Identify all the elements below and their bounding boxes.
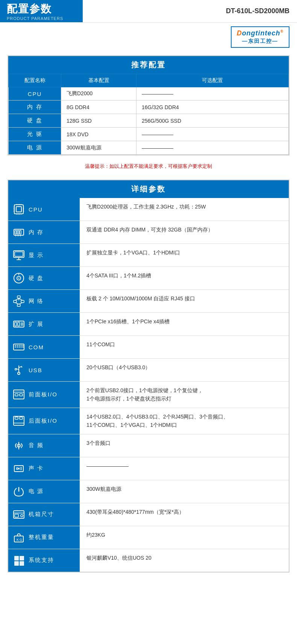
detail-label-text: 音 频 [29, 442, 44, 449]
detail-label-text: 前面板I/O [29, 391, 58, 398]
sound_card-icon [12, 462, 26, 475]
detail-label-text: 后面板I/O [29, 417, 58, 425]
detail-label-cell: 硬 盘 [8, 267, 80, 289]
header: 配置参数 PRODUCT PARAMETERS DT-610L-SD2000MB [0, 0, 297, 23]
detail-rows: CPU 飞腾D2000处理器，工作主频 2.3GHz，功耗：25W 内 存 双通… [8, 198, 289, 572]
col-name-header: 配置名称 [9, 74, 61, 87]
detail-row: COM 11个COM口 [8, 336, 289, 359]
svg-rect-68 [20, 394, 23, 396]
svg-rect-34 [14, 300, 17, 303]
display-icon [12, 248, 26, 262]
svg-rect-35 [21, 300, 24, 303]
recommend-basic: 300W航嘉电源 [61, 141, 136, 155]
detail-row: 扩 展 1个PCIe x16插槽、1个PCIe x4插槽 [8, 313, 289, 336]
detail-label-text: 硬 盘 [29, 275, 44, 282]
svg-point-81 [21, 515, 23, 517]
recommend-row: 内 存 8G DDR4 16G/32G DDR4 [9, 100, 289, 114]
recommend-row: CPU 飞腾D2000 —————— [9, 87, 289, 100]
recommend-basic: 128G SSD [61, 114, 136, 128]
detail-label-cell: 声 卡 [8, 457, 80, 480]
recommend-label: 内 存 [9, 100, 61, 114]
svg-line-60 [19, 366, 22, 368]
com-icon [12, 340, 26, 354]
detail-label-text: 整机重量 [29, 534, 54, 541]
os-icon [12, 554, 26, 567]
recommend-row: 光 驱 18X DVD —————— [9, 128, 289, 141]
svg-rect-21 [20, 230, 21, 234]
svg-point-57 [21, 345, 22, 346]
detail-value-cell: 4个SATA III口，1个M.2插槽 [80, 267, 158, 289]
detail-label-cell: USB [8, 359, 80, 381]
detail-row: USB 20个USB口（4个USB3.0） [8, 359, 289, 382]
svg-rect-19 [15, 230, 17, 234]
detail-label-text: COM [29, 344, 44, 350]
svg-rect-84 [14, 556, 19, 560]
recommend-basic: 18X DVD [61, 128, 136, 141]
detail-label-cell: 音 频 [8, 434, 80, 457]
svg-rect-44 [18, 322, 20, 326]
detail-value-cell: 430(带耳朵480)*480*177mm（宽*深*高） [80, 503, 191, 526]
detail-label-text: 网 络 [29, 298, 44, 305]
detail-value-cell: 板载 2 个 10M/100M/1000M 自适应 RJ45 接口 [80, 290, 202, 312]
detail-label-cell: 显 示 [8, 244, 80, 266]
detail-row: 内 存 双通道 DDR4 内存 DIMM，可支持 32GB（国产内存） [8, 221, 289, 244]
detail-value-cell: 飞腾D2000处理器，工作主频 2.3GHz，功耗：25W [80, 198, 212, 221]
svg-point-53 [23, 347, 24, 348]
recommend-section: 推荐配置 配置名称 基本配置 可选配置 CPU 飞腾D2000 —————— 内… [8, 55, 289, 155]
svg-line-38 [15, 298, 19, 300]
detail-row: 前面板I/O 2个前置USB2.0接口，1个电源按键，1个复位键，1个电源指示灯… [8, 382, 289, 408]
detail-label-cell: 后面板I/O [8, 408, 80, 434]
sub-title: PRODUCT PARAMETERS [7, 16, 76, 21]
recommend-optional: —————— [136, 128, 289, 141]
svg-point-49 [15, 347, 16, 348]
svg-point-56 [19, 345, 20, 346]
recommend-row: 硬 盘 128G SSD 256G/500G SSD [9, 114, 289, 128]
detail-value-cell: ———————— [80, 457, 135, 480]
detail-row: KG 整机重量 约23KG [8, 526, 289, 549]
svg-rect-0 [14, 205, 23, 214]
recommend-optional: 256G/500G SSD [136, 114, 289, 128]
svg-line-39 [19, 298, 23, 300]
detail-label-text: 显 示 [29, 252, 44, 259]
chassis-icon [12, 508, 26, 521]
recommend-optional: 16G/32G DDR4 [136, 100, 289, 114]
detail-value-cell: 1个PCIe x16插槽、1个PCIe x4插槽 [80, 313, 176, 335]
svg-rect-72 [20, 417, 23, 419]
detail-row: 电 源 300W航嘉电源 [8, 480, 289, 503]
detail-value-cell: 11个COM口 [80, 336, 122, 358]
detail-value-cell: 3个音频口 [80, 434, 117, 457]
hdd-icon [12, 271, 26, 285]
recommend-title: 推荐配置 [8, 56, 289, 74]
detail-value-cell: 14个USB2.0口、4个USB3.0口、2个RJ45网口、3个音频口、11个C… [80, 408, 235, 434]
svg-rect-20 [17, 230, 19, 234]
detail-label-cell: COM [8, 336, 80, 358]
svg-rect-28 [15, 252, 23, 256]
detail-label-cell: CPU [8, 198, 80, 221]
svg-point-64 [18, 372, 20, 375]
detail-row: 机箱尺寸 430(带耳朵480)*480*177mm（宽*深*高） [8, 503, 289, 526]
detail-label-cell: 电 源 [8, 480, 80, 503]
detail-label-cell: KG 整机重量 [8, 526, 80, 549]
logo-text-top: Dongtintech® [237, 29, 283, 37]
svg-point-31 [18, 278, 20, 279]
detail-row: 音 频 3个音频口 [8, 434, 289, 457]
detail-value-cell: 约23KG [80, 526, 112, 549]
network-icon [12, 294, 26, 308]
svg-rect-1 [16, 207, 21, 212]
power-icon [12, 485, 26, 498]
detail-row: 网 络 板载 2 个 10M/100M/1000M 自适应 RJ45 接口 [8, 290, 289, 313]
col-optional-header: 可选配置 [136, 74, 289, 87]
detail-row: 系统支持 银河麒麟V10、统信UOS 20 [8, 549, 289, 572]
svg-rect-43 [15, 322, 17, 326]
detail-row: 硬 盘 4个SATA III口，1个M.2插槽 [8, 267, 289, 290]
detail-label-text: 内 存 [29, 229, 44, 236]
svg-rect-86 [14, 561, 19, 566]
logo-text-bottom: —东田工控— [242, 38, 278, 45]
recommend-label: CPU [9, 87, 61, 100]
detail-label-text: USB [29, 367, 42, 373]
svg-rect-85 [20, 556, 24, 560]
memory-icon [12, 225, 26, 239]
svg-rect-67 [15, 394, 18, 396]
detail-row: 显 示 扩展独立显卡，1个VGA口、1个HDMI口 [8, 244, 289, 267]
recommend-label: 硬 盘 [9, 114, 61, 128]
